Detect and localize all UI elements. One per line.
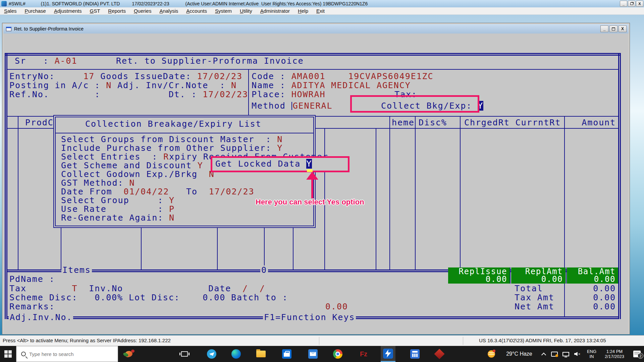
get-scheme-value[interactable]: Y xyxy=(198,161,203,170)
taskbar-app-edge[interactable] xyxy=(229,346,244,362)
action-center-button[interactable]: 2 xyxy=(630,346,644,362)
taskbar-app-swil-active[interactable] xyxy=(381,346,395,362)
taskbar-app-calculator[interactable] xyxy=(408,346,422,362)
window-minimize-icon: _ xyxy=(603,26,606,31)
search-input[interactable] xyxy=(29,351,106,357)
items-count: 0 xyxy=(260,265,268,275)
weather-button[interactable] xyxy=(484,346,499,362)
col-header-scheme: heme xyxy=(392,118,415,127)
window-maximize-button[interactable] xyxy=(609,25,618,32)
minimize-button[interactable]: _ xyxy=(620,1,627,7)
taskbar-app-store[interactable] xyxy=(279,346,294,362)
menu-accounts[interactable]: Accounts xyxy=(182,7,211,15)
tray-expand-button[interactable] xyxy=(539,346,549,362)
menu-exit[interactable]: Exit xyxy=(312,7,329,15)
taskbar-app-red[interactable] xyxy=(432,346,447,362)
include-purchase-value[interactable]: Y xyxy=(277,143,283,153)
groups-value[interactable]: N xyxy=(277,134,283,144)
total-label: Total xyxy=(515,284,543,293)
taskbar-app-chrome[interactable] xyxy=(330,346,345,362)
volume-button[interactable]: × xyxy=(572,346,583,362)
sr-label: Sr : xyxy=(15,56,55,66)
menu-administrator[interactable]: Administrator xyxy=(256,7,294,15)
adj-inv-no-label[interactable]: Adj.Inv.No. xyxy=(9,313,73,322)
invoice-window-title-bar: Ret. to Supplier-Proforma Invoice _ X xyxy=(3,24,629,34)
select-group-value[interactable]: Y xyxy=(169,195,175,205)
select-entries-value[interactable]: R xyxy=(163,152,169,162)
user-rights-info: (Active User:ADMIN Internet:Active User … xyxy=(185,1,368,6)
entry-line-3: Ref.No. : Dt. : 17/02/23 xyxy=(9,90,248,99)
window-close-button[interactable]: X xyxy=(619,25,627,32)
entry-no-value[interactable]: 17 xyxy=(83,71,95,81)
screen: #SWIL# (1)1. SOFTWORLD (INDIA) PVT. LTD … xyxy=(0,0,644,362)
menu-gst[interactable]: GST xyxy=(86,7,104,15)
menu-purchase[interactable]: Purchase xyxy=(21,7,50,15)
supplier-place-value[interactable]: HOWRAH xyxy=(291,89,326,99)
filezilla-icon: Fz xyxy=(360,350,367,358)
network-button[interactable] xyxy=(560,346,572,362)
calculator-icon xyxy=(410,349,420,359)
ref-date-value[interactable]: 17/02/23 xyxy=(203,89,248,99)
menu-reports[interactable]: Reports xyxy=(104,7,130,15)
issue-date-value[interactable]: 17/02/23 xyxy=(197,71,243,81)
weather-text[interactable]: 29°C Haze xyxy=(500,346,539,362)
date-to-value[interactable]: 17/02/23 xyxy=(209,187,255,196)
restore-button[interactable] xyxy=(628,1,635,7)
clock-button[interactable]: 1:24 PM2/17/2023 xyxy=(600,346,629,362)
dialog-line-groups: Select Groups from Discount Master : N xyxy=(61,135,283,144)
cast-button[interactable] xyxy=(549,346,560,362)
dialog-line-get-scheme: Get Scheme and Discount Y xyxy=(61,161,203,170)
gst-method-value[interactable]: N xyxy=(129,178,135,188)
menu-queries[interactable]: Queries xyxy=(130,7,156,15)
date-from-value[interactable]: 01/04/22 xyxy=(123,187,169,196)
menu-adjustments[interactable]: Adjustments xyxy=(50,7,86,15)
start-button[interactable] xyxy=(0,346,16,362)
menu-sales[interactable]: Sales xyxy=(0,7,21,15)
window-title: Ret. to Supplier-Proforma Invoice xyxy=(14,26,84,32)
status-divider xyxy=(463,337,463,345)
dialog-line-select-group: Select Group : Y xyxy=(61,196,175,205)
menu-utility[interactable]: Utility xyxy=(236,7,256,15)
grid-line xyxy=(564,116,565,316)
menu-analysis[interactable]: Analysis xyxy=(155,7,182,15)
clock-date: 2/17/2023 xyxy=(605,354,624,359)
text-cursor xyxy=(291,102,292,110)
app-logo-icon xyxy=(1,1,7,6)
app-name: #SWIL# xyxy=(9,1,25,6)
language-button[interactable]: ENGIN xyxy=(583,346,600,362)
method-value[interactable]: GENERAL xyxy=(293,101,333,111)
pdname-field[interactable]: PdName : xyxy=(9,275,61,284)
grid-line xyxy=(389,116,390,269)
supplier-name-value[interactable]: ADITYA MEDICAL AGENCY xyxy=(291,80,411,90)
regenerate-value[interactable]: N xyxy=(169,213,175,223)
entry-box-column-divider xyxy=(248,69,249,116)
menu-system[interactable]: System xyxy=(211,7,236,15)
use-rate-value[interactable]: P xyxy=(169,204,175,214)
remarks-field[interactable]: Remarks: xyxy=(9,302,55,311)
entry-line-1: EntryNo: 17 Goods IssueDate: 17/02/23 xyxy=(9,72,243,81)
menu-help[interactable]: Help xyxy=(294,7,312,15)
taskbar-app-telegram[interactable] xyxy=(204,346,219,362)
supplier-code-value[interactable]: AMA001 19CVAPS6049E1ZC xyxy=(291,71,434,81)
window-minimize-button[interactable]: _ xyxy=(600,25,608,32)
sr-line: Sr : A-01 xyxy=(15,56,77,65)
taskbar-app-filezilla[interactable]: Fz xyxy=(356,346,371,362)
notification-icon: 2 xyxy=(633,351,641,357)
red-app-icon xyxy=(434,349,444,359)
app-title-bar: #SWIL# (1)1. SOFTWORLD (INDIA) PVT. LTD … xyxy=(0,0,644,7)
close-button[interactable]: X xyxy=(636,1,643,7)
net-amt-value: 0.00 xyxy=(567,302,616,311)
status-bar: Press <Alt> to activate Menu; Running as… xyxy=(0,335,644,346)
taskbar-app-explorer[interactable] xyxy=(254,346,268,362)
adj-note-value[interactable]: N xyxy=(231,80,237,90)
edge-icon xyxy=(231,349,241,359)
sr-value[interactable]: A-01 xyxy=(55,56,77,66)
dialog-line-include-purchase: Include Purchase from Other Supplier: Y xyxy=(61,143,283,153)
task-view-button[interactable] xyxy=(177,346,192,362)
annotation-arrow-shaft xyxy=(311,179,313,198)
taskbar-search[interactable] xyxy=(16,346,118,362)
get-locked-data-value[interactable]: Y xyxy=(306,159,312,169)
assistant-bird-button[interactable] xyxy=(118,346,142,362)
taskbar-app-mail[interactable] xyxy=(306,346,320,362)
posting-value[interactable]: N xyxy=(106,80,112,90)
